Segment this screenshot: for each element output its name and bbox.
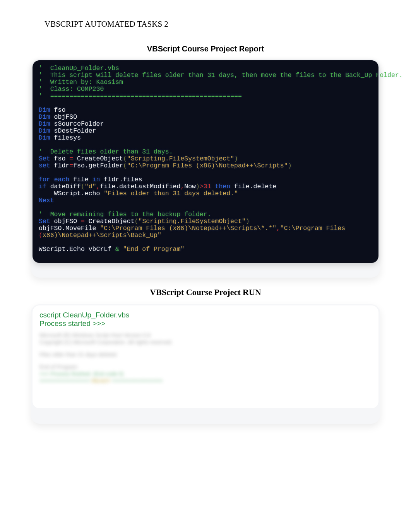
code-text: file xyxy=(69,176,92,183)
code-text: dateDiff xyxy=(46,183,81,190)
code-keyword-then: then xyxy=(215,183,231,190)
code-comma: , xyxy=(96,183,100,190)
run-line-started: Process started >>> xyxy=(39,319,372,328)
code-string: "C:\Program Files xyxy=(280,225,349,232)
code-string: "Files older than 31 days deleted." xyxy=(104,190,238,197)
code-block: ' CleanUp_Folder.vbs ' This script will … xyxy=(33,60,378,263)
code-comment: ' Move remaining files to the backup fol… xyxy=(39,211,211,218)
run-blur-line: <<< Process finished. (Exit code 0) xyxy=(39,370,372,377)
code-text: objFSO xyxy=(50,218,81,225)
code-keyword-set: Set xyxy=(39,155,50,162)
run-blur-line: ================ READY ================ xyxy=(39,377,372,384)
code-comment: ' This script will delete files older th… xyxy=(39,72,403,79)
code-text: WScript.echo xyxy=(39,190,104,197)
code-number: 31 xyxy=(204,183,211,190)
code-text: file.dateLastModified xyxy=(100,183,180,190)
code-var: filesys xyxy=(50,134,81,142)
code-paren: ( xyxy=(123,162,127,169)
code-var: sDestFolder xyxy=(50,127,96,135)
page-header: VBSCRIPT AUTOMATED TASKS 2 xyxy=(45,19,380,29)
code-paren: ) xyxy=(196,183,200,190)
code-comment: ' Delete files older than 31 days. xyxy=(39,148,173,155)
code-paren: ( xyxy=(81,183,85,190)
document-page: VBSCRIPT AUTOMATED TASKS 2 VBScript Cour… xyxy=(0,0,411,439)
code-keyword-set: set xyxy=(39,162,50,169)
run-block: cscript CleanUp_Folder.vbs Process start… xyxy=(33,305,378,408)
code-string: "Scripting.FileSystemObject" xyxy=(138,218,245,225)
code-var: objFSO xyxy=(50,113,77,121)
code-paren: ) xyxy=(246,218,250,225)
code-text: CreateObject xyxy=(85,218,135,225)
code-block-wrap: ' CleanUp_Folder.vbs ' This script will … xyxy=(31,59,380,278)
code-keyword-each: each xyxy=(54,176,70,183)
code-keyword-if: if xyxy=(39,183,46,190)
code-text: file.delete xyxy=(230,183,276,190)
code-text: objFSO.MoveFile xyxy=(39,225,100,232)
code-comment: ' CleanUp_Folder.vbs xyxy=(39,65,119,72)
code-operator: > xyxy=(200,183,204,190)
code-comment: ' Written by: Kaosism xyxy=(39,78,123,86)
code-content: ' CleanUp_Folder.vbs ' This script will … xyxy=(39,65,372,253)
section-title-run: VBScript Course Project RUN xyxy=(31,287,380,297)
code-text: fso xyxy=(50,155,70,162)
code-keyword-dim: Dim xyxy=(39,106,50,114)
code-paren: ) xyxy=(288,162,292,169)
run-line-command: cscript CleanUp_Folder.vbs xyxy=(39,311,372,319)
code-text: WScript.Echo vbCrLf xyxy=(39,246,115,253)
run-blur-ready: READY xyxy=(92,378,111,384)
code-text: CreateObject xyxy=(73,155,123,162)
spacer xyxy=(39,358,372,363)
code-keyword-dim: Dim xyxy=(39,113,50,121)
code-var: sSourceFolder xyxy=(50,120,104,128)
code-string: "C:\Program Files (x86)\Notepad++\Script… xyxy=(100,225,276,232)
code-string: "Scripting.FileSystemObject" xyxy=(127,155,234,162)
run-block-wrap: cscript CleanUp_Folder.vbs Process start… xyxy=(31,304,380,424)
code-paren: ( xyxy=(135,218,139,225)
run-blur-eq: ================ xyxy=(111,378,163,384)
run-blur-line: End of Program xyxy=(39,363,372,370)
code-comma: , xyxy=(276,225,280,232)
code-text: fso.getFolder xyxy=(73,162,123,169)
code-operator: = xyxy=(69,162,73,169)
code-string: "C:\Program Files (x86)\Notepad++\Script… xyxy=(127,162,288,169)
section-title-report: VBScript Course Project Report xyxy=(31,44,380,53)
run-blur-line: Files older than 31 days deleted. xyxy=(39,351,372,358)
code-operator: = xyxy=(69,155,73,162)
code-keyword-dim: Dim xyxy=(39,127,50,135)
code-paren: ( xyxy=(123,155,127,162)
spacer xyxy=(39,346,372,351)
code-string: "d" xyxy=(85,183,96,190)
code-paren-red: ( xyxy=(39,232,43,239)
code-operator-amp: & xyxy=(115,246,119,253)
run-blurred-output: Microsoft (R) Windows Script Host Versio… xyxy=(39,332,372,384)
code-string: "End of Program" xyxy=(119,246,184,253)
code-text: Now xyxy=(184,183,196,190)
code-text: fldr.files xyxy=(100,176,142,183)
run-blur-line: Microsoft (R) Windows Script Host Versio… xyxy=(39,332,372,339)
code-keyword-dim: Dim xyxy=(39,134,50,142)
run-blur-line: Copyright (C) Microsoft Corporation. All… xyxy=(39,339,372,346)
run-blur-eq: ================ xyxy=(39,378,92,384)
code-var: fso xyxy=(50,106,66,114)
code-comment: ' Class: COMP230 xyxy=(39,85,104,93)
code-keyword-for: for xyxy=(39,176,50,183)
code-operator: = xyxy=(81,218,85,225)
code-comma: , xyxy=(180,183,184,190)
code-text: fldr xyxy=(50,162,70,169)
code-string: x86)\Notepad++\Scripts\Back_Up" xyxy=(43,232,161,239)
code-keyword-set: Set xyxy=(39,218,50,225)
code-keyword-next: Next xyxy=(39,197,54,204)
code-paren: ) xyxy=(234,155,238,162)
code-keyword-dim: Dim xyxy=(39,120,50,128)
code-comment: ' ======================================… xyxy=(39,92,242,100)
code-keyword-in: in xyxy=(92,176,100,183)
